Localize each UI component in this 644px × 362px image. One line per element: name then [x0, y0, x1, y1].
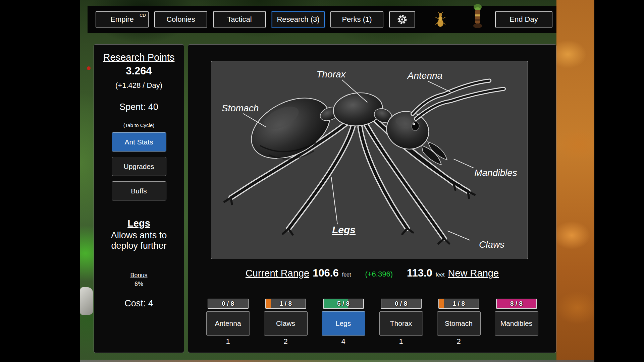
- background-map-strip: [80, 360, 594, 362]
- tab-perks[interactable]: Perks (1): [330, 11, 383, 27]
- thorax-progress-bar: 0 / 8: [381, 299, 422, 309]
- range-delta: (+6.396): [365, 270, 393, 279]
- selected-part-cost: Cost: 4: [94, 298, 184, 309]
- part-column-mandibles: 8 / 8 Mandibles: [495, 299, 538, 346]
- tab-colonies[interactable]: Colonies: [154, 11, 207, 27]
- gear-icon: [397, 14, 408, 25]
- part-column-claws: 1 / 8 Claws 2: [264, 299, 308, 346]
- end-day-button[interactable]: End Day: [495, 11, 552, 27]
- antenna-button[interactable]: Antenna: [206, 311, 250, 336]
- part-column-thorax: 0 / 8 Thorax 1: [379, 299, 423, 346]
- claws-progress-text: 1 / 8: [266, 299, 306, 308]
- selected-part-name: Legs: [94, 218, 184, 229]
- stomach-button[interactable]: Stomach: [437, 311, 481, 336]
- top-nav-bar: Empire CD Colonies Tactical Research (3)…: [88, 6, 556, 33]
- part-column-antenna: 0 / 8 Antenna 1: [206, 299, 250, 346]
- ant-anatomy-diagram: Thorax Antenna Stomach Mandibles Legs Cl…: [211, 61, 528, 259]
- buffs-button[interactable]: Buffs: [112, 181, 166, 200]
- settings-button[interactable]: [389, 11, 415, 27]
- antenna-progress-bar: 0 / 8: [208, 299, 249, 309]
- bonus-label: Bonus: [94, 272, 184, 279]
- letterbox-left: [0, 0, 80, 362]
- antenna-progress-text: 0 / 8: [208, 299, 248, 308]
- research-main-panel: Thorax Antenna Stomach Mandibles Legs Cl…: [188, 44, 556, 353]
- background-leaves: [556, 0, 594, 362]
- diagram-label-legs[interactable]: Legs: [332, 224, 356, 236]
- current-range-label: Current Range: [246, 268, 309, 279]
- mandibles-progress-text: 8 / 8: [497, 299, 536, 308]
- points-spent: Spent: 40: [94, 102, 184, 112]
- legs-cost: 4: [322, 337, 365, 346]
- mandibles-button[interactable]: Mandibles: [495, 311, 538, 336]
- new-range-label: New Range: [448, 268, 499, 279]
- background-berry: [87, 66, 91, 70]
- legs-progress-text: 5 / 8: [324, 299, 363, 308]
- antenna-cost: 1: [206, 337, 250, 346]
- diagram-label-claws[interactable]: Claws: [479, 239, 504, 250]
- thorax-progress-text: 0 / 8: [381, 299, 421, 308]
- tab-research[interactable]: Research (3): [272, 11, 325, 27]
- stomach-progress-text: 1 / 8: [439, 299, 479, 308]
- research-points-per-day: (+1.428 / Day): [94, 81, 184, 90]
- ant-stats-button[interactable]: Ant Stats: [112, 132, 166, 152]
- current-range-unit: feet: [342, 272, 351, 278]
- stomach-progress-bar: 1 / 8: [438, 299, 479, 309]
- tab-empire-superscript: CD: [140, 13, 146, 18]
- upgrades-button[interactable]: Upgrades: [112, 157, 166, 176]
- claws-progress-bar: 1 / 8: [265, 299, 306, 309]
- ant-illustration: [211, 61, 528, 259]
- game-screen: Empire CD Colonies Tactical Research (3)…: [0, 0, 644, 362]
- totem-sprite-icon: [472, 4, 484, 31]
- tab-tactical[interactable]: Tactical: [213, 11, 266, 27]
- tab-cycle-hint: (Tab to Cycle): [94, 122, 184, 128]
- letterbox-right: [594, 0, 644, 362]
- thorax-cost: 1: [379, 337, 423, 346]
- mandibles-cost: [495, 337, 538, 346]
- stomach-cost: 2: [437, 337, 481, 346]
- diagram-label-thorax[interactable]: Thorax: [316, 69, 345, 80]
- mandibles-progress-bar: 8 / 8: [496, 299, 537, 309]
- bonus-value: 6%: [94, 281, 184, 288]
- background-rock: [80, 287, 93, 315]
- research-points-title: Research Points: [94, 52, 184, 63]
- legs-button[interactable]: Legs: [322, 311, 365, 336]
- legs-progress-bar: 5 / 8: [323, 299, 364, 309]
- selected-part-description: Allows ants to deploy further: [94, 230, 184, 251]
- tab-empire[interactable]: Empire CD: [96, 11, 149, 27]
- research-sidebar: Research Points 3.264 (+1.428 / Day) Spe…: [94, 44, 184, 353]
- part-column-stomach: 1 / 8 Stomach 2: [437, 299, 481, 346]
- range-summary-row: Current Range 106.6 feet (+6.396) 113.0 …: [188, 267, 556, 279]
- gold-ant-sprite-icon: [435, 12, 446, 28]
- tab-empire-label: Empire: [110, 15, 134, 24]
- research-points-value: 3.264: [94, 65, 184, 77]
- claws-cost: 2: [264, 337, 308, 346]
- new-range-value: 113.0: [407, 267, 432, 279]
- diagram-label-stomach[interactable]: Stomach: [222, 103, 259, 114]
- new-range-unit: feet: [436, 272, 445, 278]
- part-column-legs: 5 / 8 Legs 4: [322, 299, 365, 346]
- part-upgrade-row: 0 / 8 Antenna 1 1 / 8 Claws 2 5 / 8 Legs: [188, 299, 556, 346]
- current-range-value: 106.6: [313, 267, 339, 279]
- diagram-label-antenna[interactable]: Antenna: [408, 70, 442, 81]
- claws-button[interactable]: Claws: [264, 311, 308, 336]
- thorax-button[interactable]: Thorax: [379, 311, 423, 336]
- diagram-label-mandibles[interactable]: Mandibles: [474, 168, 517, 178]
